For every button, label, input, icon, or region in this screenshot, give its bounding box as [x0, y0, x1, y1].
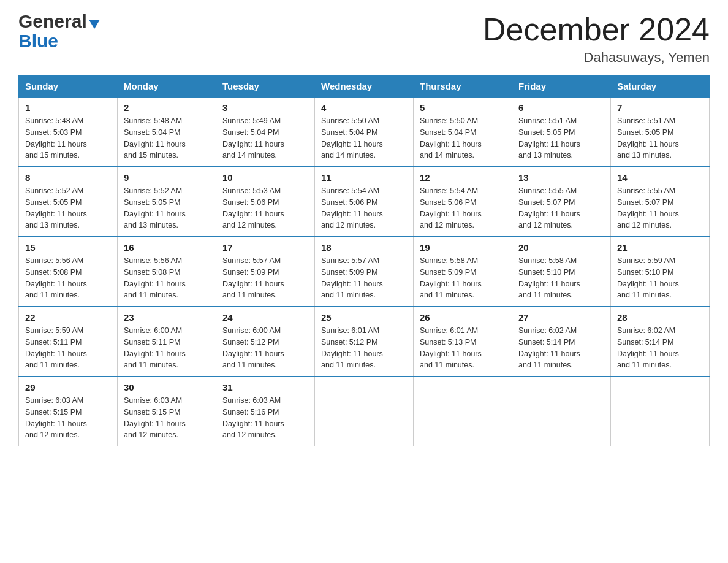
- day-number: 23: [124, 312, 210, 323]
- day-number: 15: [25, 242, 111, 253]
- calendar-cell: 11Sunrise: 5:54 AMSunset: 5:06 PMDayligh…: [315, 167, 414, 237]
- calendar-cell: [414, 377, 512, 446]
- day-info: Sunrise: 5:58 AMSunset: 5:09 PMDaylight:…: [420, 255, 506, 301]
- col-header-wednesday: Wednesday: [315, 76, 414, 98]
- day-number: 25: [321, 312, 407, 323]
- calendar-cell: 21Sunrise: 5:59 AMSunset: 5:10 PMDayligh…: [611, 237, 710, 307]
- logo-triangle-icon: [89, 20, 100, 29]
- calendar-cell: 9Sunrise: 5:52 AMSunset: 5:05 PMDaylight…: [118, 167, 216, 237]
- calendar-cell: 17Sunrise: 5:57 AMSunset: 5:09 PMDayligh…: [216, 237, 315, 307]
- day-number: 26: [420, 312, 506, 323]
- day-info: Sunrise: 5:56 AMSunset: 5:08 PMDaylight:…: [25, 255, 111, 301]
- calendar-cell: 26Sunrise: 6:01 AMSunset: 5:13 PMDayligh…: [414, 307, 512, 377]
- calendar-cell: 4Sunrise: 5:50 AMSunset: 5:04 PMDaylight…: [315, 97, 414, 167]
- day-info: Sunrise: 5:51 AMSunset: 5:05 PMDaylight:…: [617, 115, 703, 161]
- calendar-cell: 3Sunrise: 5:49 AMSunset: 5:04 PMDaylight…: [216, 97, 315, 167]
- col-header-thursday: Thursday: [414, 76, 512, 98]
- day-number: 13: [518, 172, 604, 183]
- location-subtitle: Dahasuways, Yemen: [483, 50, 710, 66]
- calendar-cell: 24Sunrise: 6:00 AMSunset: 5:12 PMDayligh…: [216, 307, 315, 377]
- calendar-cell: 12Sunrise: 5:54 AMSunset: 5:06 PMDayligh…: [414, 167, 512, 237]
- day-number: 14: [617, 172, 703, 183]
- calendar-cell: 22Sunrise: 5:59 AMSunset: 5:11 PMDayligh…: [19, 307, 118, 377]
- day-number: 8: [25, 172, 111, 183]
- logo: General Blue: [18, 12, 100, 51]
- calendar-cell: [611, 377, 710, 446]
- day-info: Sunrise: 5:54 AMSunset: 5:06 PMDaylight:…: [420, 185, 506, 231]
- calendar-cell: 29Sunrise: 6:03 AMSunset: 5:15 PMDayligh…: [19, 377, 118, 446]
- calendar-cell: 7Sunrise: 5:51 AMSunset: 5:05 PMDaylight…: [611, 97, 710, 167]
- week-row-5: 29Sunrise: 6:03 AMSunset: 5:15 PMDayligh…: [19, 377, 710, 446]
- col-header-saturday: Saturday: [611, 76, 710, 98]
- day-info: Sunrise: 5:52 AMSunset: 5:05 PMDaylight:…: [25, 185, 111, 231]
- calendar-table: SundayMondayTuesdayWednesdayThursdayFrid…: [18, 75, 710, 446]
- day-info: Sunrise: 5:55 AMSunset: 5:07 PMDaylight:…: [617, 185, 703, 231]
- calendar-cell: 14Sunrise: 5:55 AMSunset: 5:07 PMDayligh…: [611, 167, 710, 237]
- week-row-4: 22Sunrise: 5:59 AMSunset: 5:11 PMDayligh…: [19, 307, 710, 377]
- calendar-cell: [315, 377, 414, 446]
- day-info: Sunrise: 6:01 AMSunset: 5:13 PMDaylight:…: [420, 325, 506, 371]
- calendar-cell: 6Sunrise: 5:51 AMSunset: 5:05 PMDaylight…: [512, 97, 611, 167]
- day-info: Sunrise: 6:02 AMSunset: 5:14 PMDaylight:…: [617, 325, 703, 371]
- calendar-cell: 2Sunrise: 5:48 AMSunset: 5:04 PMDaylight…: [118, 97, 216, 167]
- day-number: 16: [124, 242, 210, 253]
- day-number: 21: [617, 242, 703, 253]
- month-title: December 2024: [483, 12, 710, 47]
- day-info: Sunrise: 5:52 AMSunset: 5:05 PMDaylight:…: [124, 185, 210, 231]
- day-number: 5: [420, 102, 506, 113]
- day-info: Sunrise: 5:51 AMSunset: 5:05 PMDaylight:…: [518, 115, 604, 161]
- calendar-cell: 27Sunrise: 6:02 AMSunset: 5:14 PMDayligh…: [512, 307, 611, 377]
- day-number: 6: [518, 102, 604, 113]
- day-number: 22: [25, 312, 111, 323]
- day-number: 1: [25, 102, 111, 113]
- day-number: 28: [617, 312, 703, 323]
- day-number: 11: [321, 172, 407, 183]
- calendar-cell: 19Sunrise: 5:58 AMSunset: 5:09 PMDayligh…: [414, 237, 512, 307]
- col-header-monday: Monday: [118, 76, 216, 98]
- day-info: Sunrise: 5:50 AMSunset: 5:04 PMDaylight:…: [420, 115, 506, 161]
- day-info: Sunrise: 5:57 AMSunset: 5:09 PMDaylight:…: [321, 255, 407, 301]
- calendar-cell: 28Sunrise: 6:02 AMSunset: 5:14 PMDayligh…: [611, 307, 710, 377]
- col-header-sunday: Sunday: [19, 76, 118, 98]
- calendar-cell: 30Sunrise: 6:03 AMSunset: 5:15 PMDayligh…: [118, 377, 216, 446]
- day-number: 18: [321, 242, 407, 253]
- day-info: Sunrise: 6:00 AMSunset: 5:11 PMDaylight:…: [124, 325, 210, 371]
- day-info: Sunrise: 5:57 AMSunset: 5:09 PMDaylight:…: [222, 255, 308, 301]
- day-info: Sunrise: 5:53 AMSunset: 5:06 PMDaylight:…: [222, 185, 308, 231]
- calendar-cell: [512, 377, 611, 446]
- day-info: Sunrise: 6:00 AMSunset: 5:12 PMDaylight:…: [222, 325, 308, 371]
- calendar-cell: 10Sunrise: 5:53 AMSunset: 5:06 PMDayligh…: [216, 167, 315, 237]
- calendar-cell: 31Sunrise: 6:03 AMSunset: 5:16 PMDayligh…: [216, 377, 315, 446]
- day-number: 10: [222, 172, 308, 183]
- logo-blue-text: Blue: [18, 31, 100, 51]
- day-info: Sunrise: 6:01 AMSunset: 5:12 PMDaylight:…: [321, 325, 407, 371]
- calendar-cell: 8Sunrise: 5:52 AMSunset: 5:05 PMDaylight…: [19, 167, 118, 237]
- page-header: General Blue December 2024 Dahasuways, Y…: [18, 12, 710, 66]
- calendar-cell: 1Sunrise: 5:48 AMSunset: 5:03 PMDaylight…: [19, 97, 118, 167]
- day-info: Sunrise: 5:54 AMSunset: 5:06 PMDaylight:…: [321, 185, 407, 231]
- day-number: 7: [617, 102, 703, 113]
- day-number: 17: [222, 242, 308, 253]
- day-number: 24: [222, 312, 308, 323]
- calendar-cell: 25Sunrise: 6:01 AMSunset: 5:12 PMDayligh…: [315, 307, 414, 377]
- day-number: 9: [124, 172, 210, 183]
- day-number: 12: [420, 172, 506, 183]
- day-info: Sunrise: 6:03 AMSunset: 5:16 PMDaylight:…: [222, 395, 308, 441]
- day-info: Sunrise: 5:48 AMSunset: 5:03 PMDaylight:…: [25, 115, 111, 161]
- calendar-cell: 23Sunrise: 6:00 AMSunset: 5:11 PMDayligh…: [118, 307, 216, 377]
- logo-general-text: General: [18, 12, 87, 31]
- day-info: Sunrise: 6:03 AMSunset: 5:15 PMDaylight:…: [124, 395, 210, 441]
- day-info: Sunrise: 6:03 AMSunset: 5:15 PMDaylight:…: [25, 395, 111, 441]
- day-info: Sunrise: 5:56 AMSunset: 5:08 PMDaylight:…: [124, 255, 210, 301]
- day-number: 29: [25, 382, 111, 393]
- week-row-3: 15Sunrise: 5:56 AMSunset: 5:08 PMDayligh…: [19, 237, 710, 307]
- title-block: December 2024 Dahasuways, Yemen: [483, 12, 710, 66]
- day-number: 4: [321, 102, 407, 113]
- calendar-header-row: SundayMondayTuesdayWednesdayThursdayFrid…: [19, 76, 710, 98]
- day-number: 2: [124, 102, 210, 113]
- day-info: Sunrise: 5:49 AMSunset: 5:04 PMDaylight:…: [222, 115, 308, 161]
- col-header-friday: Friday: [512, 76, 611, 98]
- day-info: Sunrise: 5:59 AMSunset: 5:11 PMDaylight:…: [25, 325, 111, 371]
- day-info: Sunrise: 5:58 AMSunset: 5:10 PMDaylight:…: [518, 255, 604, 301]
- day-number: 19: [420, 242, 506, 253]
